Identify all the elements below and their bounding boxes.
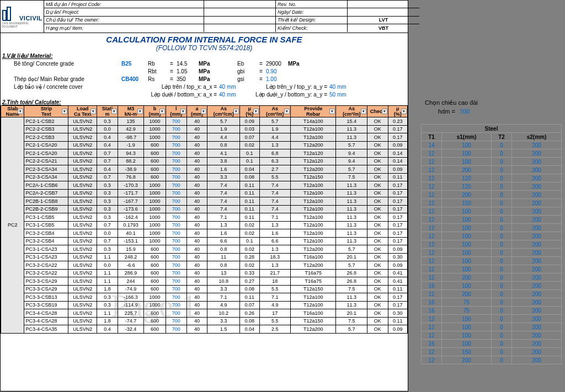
cell-b: 600 [143,325,166,334]
cell-a: 40 [186,309,207,318]
cell-l: 700 [166,157,186,165]
cover-label: Lớp bảo vệ / concrete cover [14,84,121,90]
cell-l: 700 [166,293,186,302]
cell-l: 700 [166,133,186,142]
filter-icon[interactable]: ▾ [159,109,165,114]
cell-lc: ULSVN2 [68,205,97,213]
column-header[interactable]: StripText▾ [24,106,68,117]
cell-chk: OK [367,317,388,325]
filter-icon[interactable]: ▾ [284,109,290,114]
column-header[interactable]: M3kN-m▾ [118,106,143,117]
column-header[interactable]: As(cm²/cm)▾ [207,106,240,117]
cell-m3: 135 [118,117,143,126]
table-row: PC3-3-CSA29ULSVN21.8-74.9600700403.30.08… [1,285,408,293]
filter-icon[interactable]: ▾ [180,109,186,114]
cell-chk: OK [367,309,388,318]
cell-st: 0.4 [97,165,118,174]
column-header[interactable]: LoadCa Text▾ [68,106,97,117]
cell-strip: PC3-2-CSB4 [24,237,68,245]
cell-a: 40 [186,301,207,309]
filter-icon[interactable]: ▾ [233,109,239,114]
cell-asp: 7.5 [336,173,367,181]
steel-cell: 200 [511,315,561,323]
cell-mu2: 0.17 [388,213,407,222]
column-header[interactable]: ProvideRebar▾ [291,106,336,117]
cell-m3: -6.6 [118,261,143,270]
cell-st: 0.7 [97,237,118,245]
cell-st: 0.7 [97,173,118,181]
column-header[interactable]: As(cm²/m)▾ [259,106,291,117]
column-header[interactable]: l(mm)▾ [166,106,186,117]
cell-b: 1000 [143,229,166,238]
cell-st: 0.3 [97,197,118,206]
cell-b: 600 [143,141,166,149]
filter-icon[interactable]: ▾ [382,109,387,114]
cell-b: 600 [143,253,166,261]
section-material: 1.Vật liệu/ Material: [1,52,408,59]
steel-cell: 0 [491,207,511,216]
cell-mu: 0.26 [240,309,259,318]
cell-chk: OK [367,285,388,293]
cell-asp: 5.7 [336,325,367,334]
cell-st: 0.4 [97,141,118,149]
column-header[interactable]: Statim▾ [97,106,118,117]
filter-icon[interactable]: ▾ [90,109,96,114]
table-row: PC3-3-CSB13ULSVN20.3-166.31000700407.10.… [1,293,408,302]
steel-cell: 200 [511,249,561,257]
cell-strip: PC3-1-CSB5 [24,213,68,222]
cell-st: 0.3 [97,205,118,213]
cell-asm: 6.3 [259,157,291,165]
cell-a: 40 [186,213,207,222]
cell-m3: 248.2 [118,253,143,261]
column-header[interactable]: b(mm)▾ [143,106,166,117]
cell-strip: PC2-2-CSB3 [24,133,68,142]
check-label: Kiểm/ Check: [276,24,348,32]
filter-icon[interactable]: ▾ [137,109,143,114]
filter-icon[interactable]: ▾ [18,109,23,114]
filter-icon[interactable]: ▾ [361,109,366,114]
steel-cell: 12 [422,331,442,340]
cell-asm: 7.4 [259,189,291,197]
column-header[interactable]: Check▾ [367,106,388,117]
column-header[interactable]: SlabName▾ [1,106,24,117]
cell-rebar: T12a100 [291,301,336,309]
cell-strip: PC2-3-CSA34 [24,165,68,174]
cell-chk: OK [367,181,388,190]
steel-cell: 0 [491,290,511,298]
column-header[interactable]: a(mm)▾ [186,106,207,117]
cell-mu: 0.27 [240,277,259,286]
cell-a: 40 [186,117,207,126]
cell-mu2: 0.17 [388,189,407,197]
cell-mu2: 0.11 [388,173,407,181]
cell-asp: 11.3 [336,197,367,206]
column-header[interactable]: As(cm²/m)▾ [336,106,367,117]
steel-cell: 0 [491,182,511,191]
cell-m3: -167.7 [118,197,143,206]
steel-cell: 200 [511,158,561,166]
cell-lc: ULSVN2 [68,157,97,165]
cell-mu: 0.02 [240,245,259,254]
filter-icon[interactable]: ▾ [62,109,67,114]
cell-lc: ULSVN2 [68,117,97,126]
filter-icon[interactable]: ▾ [253,109,259,114]
cell-chk: OK [367,197,388,206]
filter-icon[interactable]: ▾ [401,109,407,114]
filter-icon[interactable]: ▾ [201,109,206,114]
filter-icon[interactable]: ▾ [329,109,335,114]
date-label: Ngày/ Date: [276,8,348,15]
column-header[interactable]: μ(%)▾ [388,106,407,117]
column-header[interactable]: μ(%)▾ [240,106,259,117]
steel-cell: 200 [511,307,561,315]
cell-chk: OK [367,237,388,245]
steel-cell: 16 [422,307,442,315]
steel-row: 122000200 [422,191,562,199]
cell-lc: ULSVN2 [68,245,97,254]
cell-st: 1.1 [97,277,118,286]
cell-mu: 0.07 [240,301,259,309]
cell-asm: 6.8 [259,149,291,158]
cell-mu: 0.1 [240,157,259,165]
filter-icon[interactable]: ▾ [111,109,117,114]
cell-strip: PC3-3-CSA29 [24,285,68,293]
steel-cell: 0 [491,158,511,166]
cell-mu2: 0.09 [388,261,407,270]
